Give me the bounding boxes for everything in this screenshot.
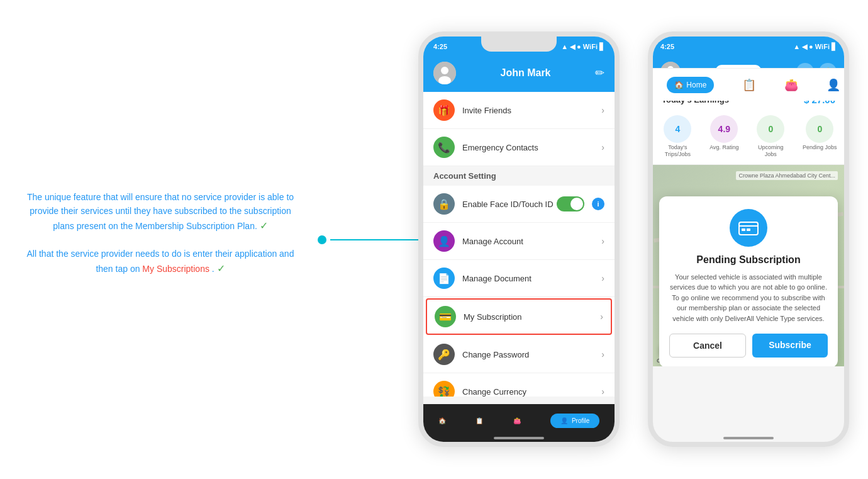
stat-pending-label: Pending Jobs (803, 144, 837, 151)
stat-rating-label: Avg. Rating (709, 144, 738, 151)
change-currency-icon: 💱 (433, 381, 455, 397)
invite-friends-arrow: › (601, 105, 604, 115)
menu-item-manage-document[interactable]: 📄 Manage Document › (423, 260, 615, 297)
stat-rating-circle: 4.9 (710, 115, 738, 143)
manage-account-label: Manage Account (462, 237, 601, 246)
phone1-menu[interactable]: 🎁 Invite Friends › 📞 Emergency Contacts … (423, 92, 615, 397)
nav2-home[interactable]: 🏠 Home (667, 77, 714, 93)
popup-description: Your selected vehicle is associated with… (669, 272, 828, 324)
my-subscription-label: My Subscription (464, 312, 600, 322)
phone1-header: John Mark ✏ (423, 57, 615, 92)
connector-line (318, 235, 431, 244)
profile-label: Profile (572, 417, 589, 424)
stat-pending-value: 0 (817, 124, 822, 134)
menu-item-change-currency[interactable]: 💱 Change Currency › (423, 373, 615, 397)
check-icon-2: ✓ (217, 261, 225, 277)
connector-dot (318, 235, 326, 244)
phone1-mockup: 4:25 ▲ ◀ ● WiFi ▋ John Mark ✏ 🎁 Invite F… (418, 31, 620, 447)
phone1-time: 4:25 (433, 43, 447, 50)
invite-friends-label: Invite Friends (462, 106, 601, 115)
check-icon-1: ✓ (260, 218, 268, 234)
menu-item-manage-account[interactable]: 👤 Manage Account › (423, 223, 615, 260)
phone1-bottom-bar (494, 437, 544, 439)
nav-home[interactable]: 🏠 (438, 417, 446, 424)
manage-document-label: Manage Document (462, 274, 601, 283)
phone2-map: Crowne Plaza Ahmedabad City Cent... Pend… (653, 165, 844, 366)
stat-upcoming: 0 Upcoming Jobs (753, 115, 788, 158)
face-id-icon: 🔒 (433, 193, 455, 215)
svg-rect-9 (747, 228, 750, 231)
stat-rating-value: 4.9 (718, 124, 730, 134)
phone2-bottom-nav: 🏠 Home 📋 👛 👤 (653, 68, 849, 101)
phone1-user-name: John Mark (456, 67, 595, 79)
subscription-icon-svg (738, 217, 759, 239)
stat-trips-value: 4 (675, 124, 680, 134)
connector-line-body (330, 239, 431, 240)
menu-item-change-password[interactable]: 🔑 Change Password › (423, 336, 615, 373)
nav2-jobs[interactable]: 📋 (742, 78, 756, 92)
jobs-icon: 📋 (476, 417, 483, 424)
stat-pending: 0 Pending Jobs (803, 115, 837, 158)
phone1-edit-icon[interactable]: ✏ (595, 66, 604, 80)
nav-profile[interactable]: 👤 Profile (550, 414, 599, 428)
menu-item-my-subscription[interactable]: 💳 My Subscription › (426, 298, 612, 335)
popup-icon (730, 209, 767, 247)
popup-buttons: Cancel Subscribe (669, 334, 828, 358)
phone2-mockup: 4:25 ▲ ◀ ● WiFi ▋ Offline ⊞ 🔔 Today's Ea… (648, 31, 849, 447)
change-password-icon: 🔑 (433, 344, 455, 365)
svg-rect-8 (742, 228, 745, 231)
phone1-notch (481, 37, 557, 52)
face-id-info-icon[interactable]: i (592, 198, 604, 210)
stat-upcoming-label: Upcoming Jobs (753, 144, 788, 158)
menu-item-face-id[interactable]: 🔒 Enable Face ID/Touch ID i (423, 186, 615, 223)
emergency-contacts-label: Emergency Contacts (462, 143, 601, 152)
map-label-crowneplaza: Crowne Plaza Ahmedabad City Cent... (736, 171, 838, 180)
menu-item-emergency-contacts[interactable]: 📞 Emergency Contacts › (423, 129, 615, 166)
jobs2-icon: 📋 (742, 79, 756, 91)
emergency-contacts-arrow: › (601, 142, 604, 152)
phone2-status-bar: 4:25 ▲ ◀ ● WiFi ▋ (653, 37, 844, 57)
manage-document-arrow: › (601, 273, 604, 283)
svg-point-1 (441, 67, 448, 74)
pending-subscription-popup: Pending Subscription Your selected vehic… (659, 196, 838, 366)
phone1-avatar (433, 62, 456, 84)
nav-jobs[interactable]: 📋 (476, 417, 483, 424)
my-subscription-icon: 💳 (435, 306, 456, 327)
stat-upcoming-circle: 0 (757, 115, 784, 143)
home2-icon: 🏠 (674, 81, 684, 89)
nav2-profile[interactable]: 👤 (826, 78, 840, 92)
profile-icon: 👤 (560, 417, 568, 424)
stat-pending-circle: 0 (806, 115, 833, 143)
menu-item-invite-friends[interactable]: 🎁 Invite Friends › (423, 92, 615, 129)
change-currency-arrow: › (601, 386, 604, 397)
manage-document-icon: 📄 (433, 268, 455, 289)
emergency-contacts-icon: 📞 (433, 137, 455, 158)
change-currency-label: Change Currency (462, 387, 601, 397)
account-setting-header: Account Setting (423, 166, 615, 186)
description-paragraph2: All that the service provider needs to d… (25, 247, 296, 277)
manage-account-arrow: › (601, 236, 604, 246)
face-id-label: Enable Face ID/Touch ID (462, 200, 557, 209)
stat-trips: 4 Today's Trips/Jobs (660, 115, 695, 158)
stat-rating: 4.9 Avg. Rating (709, 115, 738, 158)
subscribe-button[interactable]: Subscribe (752, 334, 828, 358)
nav-wallet[interactable]: 👛 (513, 417, 521, 424)
left-description: The unique feature that will ensure that… (25, 189, 296, 289)
phone2-signal-info: ▲ ◀ ● WiFi ▋ (793, 43, 837, 51)
description-paragraph1: The unique feature that will ensure that… (25, 189, 296, 234)
stat-trips-label: Today's Trips/Jobs (660, 144, 695, 158)
cancel-button[interactable]: Cancel (669, 334, 746, 358)
change-password-arrow: › (601, 349, 604, 359)
my-subscription-arrow: › (600, 312, 603, 322)
nav2-wallet[interactable]: 👛 (784, 78, 798, 92)
stat-upcoming-value: 0 (768, 124, 773, 134)
manage-account-icon: 👤 (433, 230, 455, 252)
face-id-toggle[interactable] (557, 196, 584, 211)
change-password-label: Change Password (462, 350, 601, 359)
home-icon: 🏠 (438, 417, 446, 424)
wallet2-icon: 👛 (784, 79, 798, 91)
stat-trips-circle: 4 (664, 115, 691, 143)
popup-title: Pending Subscription (669, 254, 828, 266)
phone2-time: 4:25 (660, 43, 674, 50)
phone1-bottom-nav: 🏠 📋 👛 👤 Profile (423, 404, 615, 442)
